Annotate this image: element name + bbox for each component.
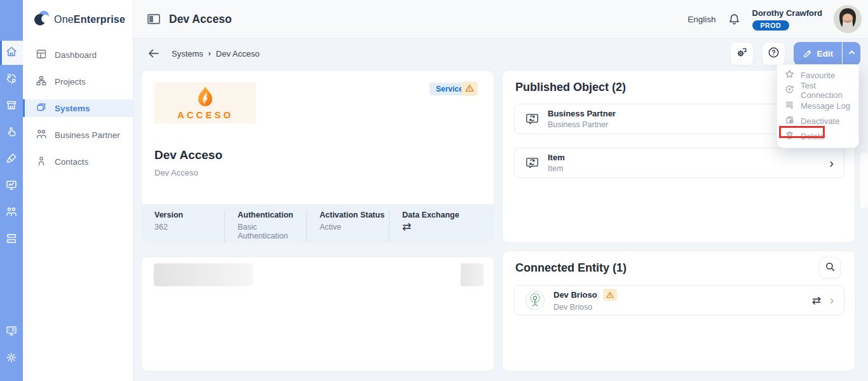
refresh-icon xyxy=(785,85,794,96)
brand-name: OneEnterprise xyxy=(54,14,125,25)
menu-item-label: Favourite xyxy=(801,71,835,80)
published-object-icon xyxy=(525,156,539,170)
help-button[interactable] xyxy=(762,42,785,66)
home-icon xyxy=(5,45,18,60)
dashboard-icon xyxy=(36,48,47,62)
sidebar-item-dashboard[interactable]: Dashboard xyxy=(23,46,133,64)
edit-dropdown-toggle[interactable] xyxy=(843,42,860,66)
rail-item-displays[interactable] xyxy=(0,320,23,344)
brand-logo[interactable]: OneEnterprise xyxy=(23,0,133,29)
rail-item-tap[interactable] xyxy=(0,121,23,145)
sidebar-item-label: Systems xyxy=(55,104,90,113)
rail-item-settings[interactable] xyxy=(0,347,23,371)
menu-item-deactivate[interactable]: Deactivate xyxy=(777,113,858,128)
search-button[interactable] xyxy=(819,257,841,279)
panel-toggle-icon[interactable] xyxy=(147,14,160,24)
rail-item-monitor[interactable] xyxy=(0,174,23,198)
system-title: Dev Acceso xyxy=(154,148,222,162)
store-icon xyxy=(5,99,18,114)
star-icon xyxy=(785,69,794,81)
sidebar-item-label: Projects xyxy=(55,77,86,87)
integration-settings-button[interactable] xyxy=(730,42,754,66)
server-icon xyxy=(5,232,18,247)
edit-button[interactable]: Edit xyxy=(794,42,843,66)
page-title: Dev Acceso xyxy=(169,13,232,26)
field-version: Version 362 xyxy=(142,211,224,242)
system-subtitle: Dev Acceso xyxy=(154,168,198,177)
warning-triangle-icon xyxy=(606,289,614,301)
skeleton-square xyxy=(461,263,484,286)
icon-rail xyxy=(0,0,23,381)
edit-dropdown-menu: Favourite Test Connection Message Log De… xyxy=(776,64,859,148)
system-warning-chip[interactable] xyxy=(461,81,478,96)
sidebar-item-business-partner[interactable]: Business Partner xyxy=(23,126,133,144)
log-lines-icon xyxy=(785,100,794,111)
rail-item-brush[interactable] xyxy=(0,148,23,172)
breadcrumb-current: Dev Acceso xyxy=(216,49,260,59)
rail-spacer xyxy=(0,0,23,41)
partners-icon xyxy=(5,205,18,221)
rail-item-partners[interactable] xyxy=(0,201,23,225)
language-selector[interactable]: English xyxy=(688,15,715,24)
sidebar-item-systems[interactable]: Systems xyxy=(23,99,133,117)
org-chart-icon xyxy=(36,75,47,88)
warning-triangle-icon xyxy=(465,83,474,95)
brush-icon xyxy=(5,152,18,167)
connected-entity-title: Connected Entity (1) xyxy=(515,261,627,275)
row-title: Item xyxy=(548,153,565,162)
breadcrumb: Systems › Dev Acceso xyxy=(172,49,260,59)
back-arrow-icon[interactable] xyxy=(147,47,160,60)
rail-item-team[interactable] xyxy=(0,67,23,92)
published-object-row-item[interactable]: Item Item › xyxy=(514,148,844,178)
row-subtitle: Dev Brioso xyxy=(553,303,617,312)
scrollbar-thumb[interactable] xyxy=(859,151,868,210)
edit-split-button: Edit xyxy=(794,42,861,66)
chevron-right-icon[interactable]: › xyxy=(830,294,834,307)
system-info-strip: Version 362 Authentication Basic Authent… xyxy=(142,204,494,242)
notification-bell-icon[interactable] xyxy=(728,13,741,26)
field-label: Activation Status xyxy=(320,211,389,219)
menu-item-test-connection[interactable]: Test Connection xyxy=(777,83,858,98)
system-detail-card: ACCESO Service Dev Acceso Dev Acceso Ver… xyxy=(141,70,494,243)
row-title-line: Dev Brioso xyxy=(553,289,617,301)
menu-item-label: Deactivate xyxy=(801,116,839,126)
field-authentication: Authentication Basic Authentication xyxy=(224,211,306,242)
data-exchange-icon[interactable]: ⇄ xyxy=(812,294,821,307)
rail-item-store[interactable] xyxy=(0,94,23,118)
windows-icon xyxy=(36,102,47,115)
field-value: 362 xyxy=(154,223,224,232)
entity-warning-chip[interactable] xyxy=(603,289,617,301)
rail-item-server[interactable] xyxy=(0,228,23,252)
sidebar-item-label: Contacts xyxy=(55,157,88,167)
app-root: OneEnterprise Dashboard Projects Systems… xyxy=(0,0,868,381)
breadcrumb-systems[interactable]: Systems xyxy=(172,49,203,59)
menu-item-message-log[interactable]: Message Log xyxy=(777,98,858,113)
two-people-icon xyxy=(36,128,47,142)
user-name: Dorothy Crawford xyxy=(752,8,823,18)
user-info[interactable]: Dorothy Crawford PROD xyxy=(752,8,823,31)
rail-item-home[interactable] xyxy=(0,41,23,65)
menu-item-delete[interactable]: Delete xyxy=(777,128,858,144)
flame-icon xyxy=(194,86,216,109)
sidebar-item-projects[interactable]: Projects xyxy=(23,73,133,90)
sidebar: OneEnterprise Dashboard Projects Systems… xyxy=(23,0,133,381)
pencil-icon xyxy=(803,48,812,59)
menu-item-label: Message Log xyxy=(801,101,850,111)
header-right: English Dorothy Crawford PROD xyxy=(688,5,862,33)
field-label: Version xyxy=(154,211,224,219)
sidebar-item-contacts[interactable]: Contacts xyxy=(23,153,133,170)
row-text: Dev Brioso Dev Brioso xyxy=(553,289,617,312)
deactivate-icon xyxy=(785,115,794,127)
field-activation-status: Activation Status Active xyxy=(306,211,389,242)
person-icon xyxy=(36,155,47,169)
menu-item-label: Test Connection xyxy=(801,81,851,100)
user-avatar[interactable] xyxy=(834,5,862,33)
chevron-right-icon[interactable]: › xyxy=(829,156,834,169)
chevron-up-icon xyxy=(848,48,856,59)
brioso-logo-icon xyxy=(525,290,545,310)
sidebar-item-label: Business Partner xyxy=(55,130,120,140)
environment-badge: PROD xyxy=(752,20,790,31)
connected-entity-card: Connected Entity (1) Dev Brioso Dev Brio… xyxy=(502,251,855,371)
connected-entity-row-dev-brioso[interactable]: Dev Brioso Dev Brioso ⇄ › xyxy=(514,285,844,315)
row-text: Business Partner Business Partner xyxy=(548,109,616,129)
